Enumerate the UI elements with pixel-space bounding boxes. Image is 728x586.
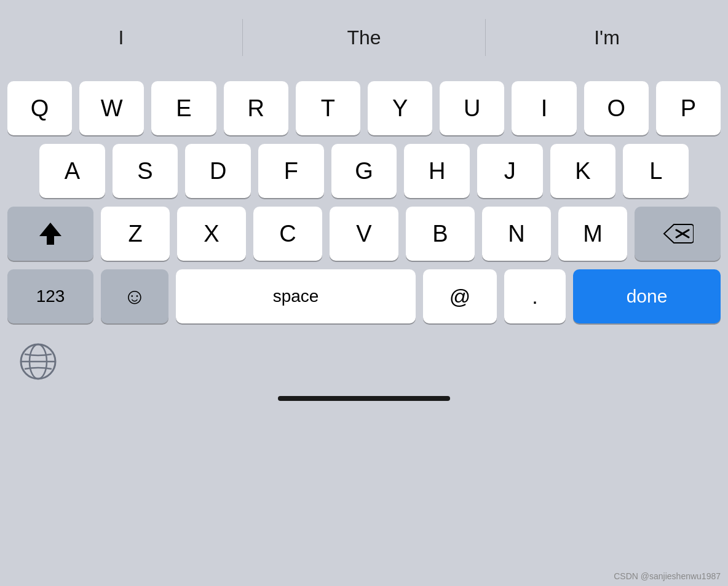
key-row-3: Z X C V B N M [7, 207, 721, 261]
key-p[interactable]: P [656, 81, 721, 135]
key-i[interactable]: I [512, 81, 576, 135]
autocomplete-word-im[interactable]: I'm [486, 26, 728, 49]
numbers-label: 123 [36, 287, 65, 306]
at-label: @ [449, 285, 471, 309]
key-q[interactable]: Q [7, 81, 72, 135]
key-v[interactable]: V [330, 207, 398, 261]
key-a[interactable]: A [39, 144, 105, 198]
key-u[interactable]: U [440, 81, 504, 135]
dot-label: . [532, 285, 537, 309]
key-c[interactable]: C [253, 207, 322, 261]
key-x[interactable]: X [177, 207, 246, 261]
key-row-1: Q W E R T Y U I O P [7, 81, 721, 135]
autocomplete-word-i[interactable]: I [0, 26, 242, 49]
key-k[interactable]: K [550, 144, 616, 198]
home-indicator [278, 396, 450, 401]
key-y[interactable]: Y [368, 81, 432, 135]
shift-icon [36, 219, 65, 248]
key-t[interactable]: T [296, 81, 360, 135]
key-s[interactable]: S [113, 144, 178, 198]
backspace-icon [662, 222, 694, 245]
space-button[interactable]: space [176, 269, 416, 323]
key-row-bottom: 123 ☺ space @ . done [7, 269, 721, 323]
key-w[interactable]: W [79, 81, 144, 135]
globe-icon [18, 342, 58, 381]
key-b[interactable]: B [406, 207, 475, 261]
shift-button[interactable] [7, 207, 93, 261]
emoji-button[interactable]: ☺ [101, 269, 168, 323]
space-label: space [273, 287, 319, 306]
done-label: done [627, 286, 668, 307]
key-g[interactable]: G [331, 144, 397, 198]
autocomplete-word-the[interactable]: The [243, 26, 485, 49]
autocomplete-bar: I The I'm [0, 0, 728, 75]
key-d[interactable]: D [185, 144, 251, 198]
done-button[interactable]: done [573, 269, 721, 323]
key-o[interactable]: O [584, 81, 649, 135]
key-r[interactable]: R [224, 81, 288, 135]
backspace-button[interactable] [635, 207, 721, 261]
key-n[interactable]: N [482, 207, 551, 261]
key-f[interactable]: F [258, 144, 324, 198]
keyboard: Q W E R T Y U I O P A S D F G H J K L Z … [0, 75, 728, 323]
key-row-2: A S D F G H J K L [7, 144, 721, 198]
bottom-extras [0, 330, 728, 390]
key-l[interactable]: L [623, 144, 689, 198]
emoji-icon: ☺ [124, 283, 146, 309]
key-z[interactable]: Z [101, 207, 170, 261]
dot-button[interactable]: . [504, 269, 566, 323]
globe-button[interactable] [18, 342, 58, 384]
key-j[interactable]: J [477, 144, 543, 198]
key-e[interactable]: E [151, 81, 216, 135]
watermark: CSDN @sanjieshenwu1987 [614, 571, 721, 581]
at-button[interactable]: @ [423, 269, 497, 323]
key-m[interactable]: M [558, 207, 627, 261]
key-h[interactable]: H [404, 144, 470, 198]
numbers-button[interactable]: 123 [7, 269, 93, 323]
